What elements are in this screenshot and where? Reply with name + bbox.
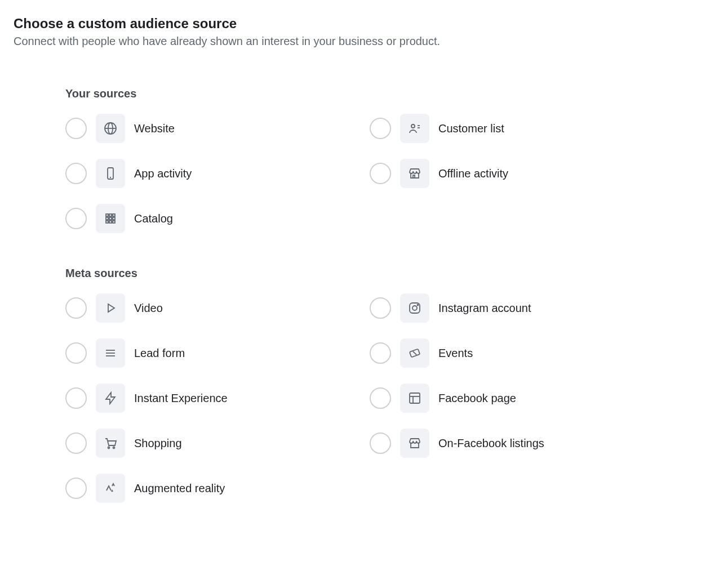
svg-rect-11: [113, 214, 115, 216]
svg-marker-18: [108, 304, 114, 312]
sparkle-icon: [96, 474, 125, 503]
store-icon: [400, 159, 429, 188]
svg-rect-12: [106, 217, 108, 220]
option-catalog[interactable]: Catalog: [65, 204, 370, 233]
radio-catalog[interactable]: [65, 208, 87, 229]
phone-icon: [96, 159, 125, 188]
svg-rect-17: [113, 221, 115, 223]
option-label: Lead form: [134, 347, 185, 360]
svg-rect-28: [410, 393, 420, 403]
radio-on-facebook-listings[interactable]: [370, 432, 391, 454]
radio-instant-experience[interactable]: [65, 387, 87, 409]
svg-rect-14: [113, 217, 115, 220]
radio-lead-form[interactable]: [65, 342, 87, 364]
option-shopping[interactable]: Shopping: [65, 429, 370, 458]
option-video[interactable]: Video: [65, 293, 370, 323]
radio-app-activity[interactable]: [65, 163, 87, 184]
svg-point-21: [418, 305, 419, 306]
option-label: Video: [134, 302, 163, 315]
option-events[interactable]: Events: [370, 338, 674, 368]
lightning-icon: [96, 383, 125, 413]
section-title-meta-sources: Meta sources: [65, 267, 714, 280]
option-label: Facebook page: [438, 392, 516, 405]
option-label: App activity: [134, 167, 192, 180]
radio-offline-activity[interactable]: [370, 163, 391, 184]
option-offline-activity[interactable]: Offline activity: [370, 159, 674, 188]
radio-customer-list[interactable]: [370, 118, 391, 139]
svg-rect-10: [109, 214, 112, 216]
radio-video[interactable]: [65, 297, 87, 319]
option-facebook-page[interactable]: Facebook page: [370, 383, 674, 413]
option-customer-list[interactable]: Customer list: [370, 114, 674, 143]
radio-website[interactable]: [65, 118, 87, 139]
layout-icon: [400, 383, 429, 413]
meta-sources-grid: Video Instagram account Lead form Events: [65, 293, 714, 503]
option-instagram-account[interactable]: Instagram account: [370, 293, 674, 323]
svg-line-26: [413, 351, 416, 356]
option-label: Shopping: [134, 437, 182, 450]
your-sources-grid: Website Customer list App activity Offli…: [65, 114, 714, 233]
ticket-icon: [400, 338, 429, 368]
svg-rect-13: [109, 217, 112, 220]
option-label: On-Facebook listings: [438, 437, 544, 450]
person-list-icon: [400, 114, 429, 143]
storefront-icon: [400, 429, 429, 458]
option-app-activity[interactable]: App activity: [65, 159, 370, 188]
instagram-icon: [400, 293, 429, 323]
play-icon: [96, 293, 125, 323]
option-label: Catalog: [134, 212, 173, 225]
option-label: Offline activity: [438, 167, 508, 180]
svg-point-3: [411, 124, 415, 128]
svg-point-20: [412, 306, 417, 310]
option-label: Instagram account: [438, 302, 531, 315]
svg-rect-8: [413, 175, 415, 178]
option-lead-form[interactable]: Lead form: [65, 338, 370, 368]
svg-point-31: [108, 447, 110, 449]
svg-rect-15: [106, 221, 108, 223]
radio-shopping[interactable]: [65, 432, 87, 454]
option-website[interactable]: Website: [65, 114, 370, 143]
option-label: Website: [134, 122, 175, 135]
cart-icon: [96, 429, 125, 458]
page-subtitle: Connect with people who have already sho…: [14, 35, 714, 48]
radio-facebook-page[interactable]: [370, 387, 391, 409]
svg-marker-27: [106, 392, 115, 404]
radio-instagram-account[interactable]: [370, 297, 391, 319]
option-on-facebook-listings[interactable]: On-Facebook listings: [370, 429, 674, 458]
grid-icon: [96, 204, 125, 233]
option-augmented-reality[interactable]: Augmented reality: [65, 474, 370, 503]
option-label: Customer list: [438, 122, 504, 135]
option-label: Augmented reality: [134, 482, 225, 495]
svg-rect-16: [109, 221, 112, 223]
radio-augmented-reality[interactable]: [65, 478, 87, 499]
list-icon: [96, 338, 125, 368]
svg-rect-9: [106, 214, 108, 216]
radio-events[interactable]: [370, 342, 391, 364]
globe-icon: [96, 114, 125, 143]
option-label: Events: [438, 347, 473, 360]
option-label: Instant Experience: [134, 392, 228, 405]
section-title-your-sources: Your sources: [65, 87, 714, 100]
page-title: Choose a custom audience source: [14, 16, 714, 32]
svg-point-32: [113, 447, 115, 449]
option-instant-experience[interactable]: Instant Experience: [65, 383, 370, 413]
